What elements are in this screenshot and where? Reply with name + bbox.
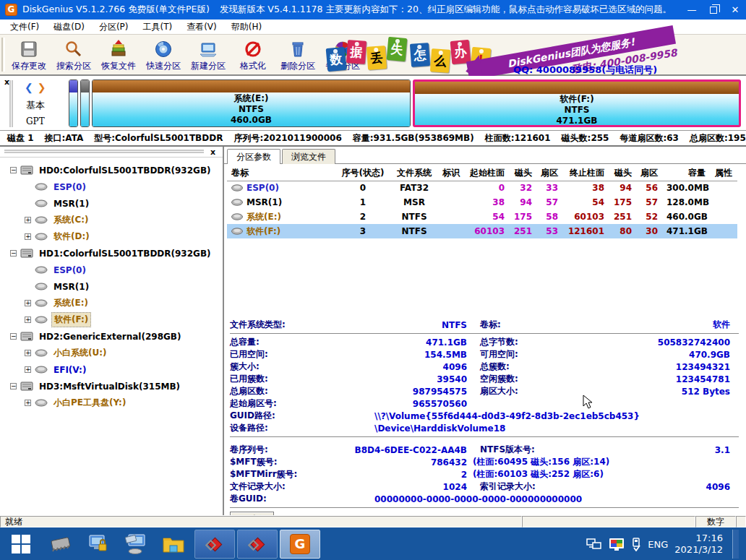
red-diamond-icon [205, 535, 224, 553]
tree-item-msr1[interactable]: MSR(1) [25, 195, 223, 212]
menu-partition[interactable]: 分区(P) [92, 20, 136, 35]
save-changes-button[interactable]: 保存更改 [7, 35, 51, 74]
detail-panel: 分区参数 浏览文件 卷标 序号(状态) 文件系统 标识 起始柱面 磁头 扇区 终… [224, 147, 746, 515]
partition-icon [35, 366, 48, 374]
show-desktop-button[interactable] [732, 530, 739, 559]
search-icon [64, 40, 83, 59]
format-button[interactable]: 格式化 [231, 35, 275, 74]
table-row[interactable]: MSR(1) 1 MSR 38 94 57 54 175 57 128.0MB [227, 195, 737, 210]
partition-icon [35, 199, 48, 207]
taskbar-pc-lock-button[interactable] [80, 534, 117, 554]
taskbar-diskgenius-button[interactable]: G [280, 530, 320, 559]
tree-item-msr1-hd1[interactable]: MSR(1) [25, 278, 223, 295]
minimize-button[interactable]: — [681, 0, 703, 20]
taskbar-pc-keyboard-button[interactable] [117, 534, 155, 554]
clock[interactable]: 17:16 2021/3/12 [674, 533, 723, 556]
disk-strip: 系统(E:) NTFS 460.0GB 软件(F:) NTFS 471.1GB [69, 79, 741, 127]
ad-tile: 丢 [366, 46, 387, 70]
disk-cylinders: 柱面数:121601 [485, 132, 551, 145]
table-row-selected[interactable]: 软件(F:) 3 NTFS 60103 251 53 121601 80 30 … [227, 224, 737, 238]
used-space: 154.5MB [333, 350, 467, 360]
tree-item-esp0[interactable]: ESP(0) [25, 178, 223, 195]
tree-close-icon[interactable]: x [210, 147, 215, 157]
scroll-right-icon[interactable]: ❯ [38, 82, 46, 93]
start-sector: 965570560 [333, 399, 467, 409]
tree-item-hd1[interactable]: −HD1:ColorfulSL5001TBDDR(932GB) [10, 245, 223, 262]
network-icon[interactable] [586, 538, 602, 551]
tree-item-hd3[interactable]: −HD3:MsftVirtualDisk(315MB) [10, 378, 223, 395]
partition-block-system-e[interactable]: 系统(E:) NTFS 460.0GB [92, 79, 411, 127]
system-tray: ENG 17:16 2021/3/12 [586, 527, 739, 560]
tree-item-software-d[interactable]: +软件(D:) [25, 228, 223, 245]
toolbar: 保存更改 搜索分区 恢复文件 快速分区 新建分区 格式化 删除分区 备份分区 数… [0, 35, 746, 76]
delete-partition-button[interactable]: 删除分区 [275, 35, 320, 74]
menu-help[interactable]: 帮助(H) [224, 20, 269, 35]
disk-heads: 磁头数:255 [562, 132, 609, 145]
table-row[interactable]: ESP(0) 0 FAT32 0 32 33 38 94 56 300.0MB [227, 181, 737, 195]
partition-size: 460.0GB [231, 115, 272, 126]
partition-block-esp[interactable] [69, 79, 78, 127]
search-partition-button[interactable]: 搜索分区 [51, 35, 96, 74]
strip-grip [9, 80, 13, 127]
table-row[interactable]: 系统(E:) 2 NTFS 54 175 58 60103 251 52 460… [227, 210, 737, 224]
save-icon [20, 40, 38, 59]
taskbar-explorer-button[interactable] [155, 535, 192, 553]
tree-item-hd0[interactable]: −HD0:ColorfulSL5001TBDDR(932GB) [10, 162, 223, 178]
partition-icon [35, 266, 48, 274]
tree-item-xiaobai-pe-y[interactable]: +小白PE工具盘(Y:) [25, 395, 223, 411]
partition-block-msr[interactable] [80, 79, 90, 127]
partition-icon [231, 199, 243, 206]
tree-item-efi-v[interactable]: +EFI(V:) [25, 361, 223, 378]
ad-banner[interactable]: 数 据 丢 失 怎 么 办 ! DiskGenius团队为您服务! 致电: 40… [325, 35, 745, 74]
tree-item-system-e[interactable]: +系统(E:) [25, 295, 223, 311]
partition-icon [231, 184, 243, 191]
free-clusters: 123454781 [573, 374, 739, 384]
disk-total-sectors: 总扇区数:1953525168 [690, 132, 746, 145]
scroll-left-icon[interactable]: ❮ [25, 82, 33, 93]
mode-label-gpt: GPT [26, 116, 45, 126]
volume-guid: 00000000-0000-0000-0000-000000000000 [374, 494, 739, 504]
tab-partition-params[interactable]: 分区参数 [227, 149, 280, 164]
ad-tile: 么 [430, 48, 450, 73]
taskbar-app-diamond-2[interactable] [237, 530, 278, 559]
cluster-size: 4096 [333, 362, 467, 372]
mft-cluster: 786432 [333, 457, 467, 468]
language-indicator[interactable]: ENG [648, 539, 668, 550]
tree-item-system-c[interactable]: +系统(C:) [25, 212, 223, 228]
menu-tools[interactable]: 工具(T) [135, 20, 179, 35]
analyze-button[interactable]: 分析 [230, 512, 274, 515]
start-button[interactable] [0, 527, 42, 560]
partition-fs: NTFS [564, 105, 589, 116]
usb-eject-icon[interactable] [631, 537, 641, 551]
taskbar-ramdisk-button[interactable] [42, 535, 80, 553]
close-button[interactable]: ✕ [724, 0, 746, 20]
total-clusters: 123494321 [573, 362, 739, 372]
restore-button[interactable] [703, 0, 724, 20]
tree-item-esp0-hd1[interactable]: ESP(0) [25, 262, 223, 278]
tree-item-software-f[interactable]: +软件(F:) [25, 311, 223, 328]
tree-item-xiaobai-u[interactable]: +小白系统(U:) [25, 345, 223, 361]
total-bytes: 505832742400 [573, 337, 739, 348]
menu-view[interactable]: 查看(V) [179, 20, 224, 35]
new-partition-button[interactable]: 新建分区 [186, 35, 231, 74]
ad-tile: 据 [346, 40, 366, 64]
partition-block-software-f[interactable]: 软件(F:) NTFS 471.1GB [413, 79, 741, 127]
display-color-icon[interactable] [609, 538, 625, 551]
quick-partition-button[interactable]: 快速分区 [141, 35, 186, 74]
status-text: 就绪 [5, 516, 22, 528]
disk-interface: 接口:ATA [45, 132, 84, 145]
tree-item-hd2[interactable]: −HD2:GenericExternal(298GB) [10, 328, 223, 345]
disk-icon [20, 382, 33, 391]
menu-file[interactable]: 文件(F) [3, 20, 46, 35]
sector-size: 512 Bytes [573, 387, 739, 397]
recover-files-button[interactable]: 恢复文件 [96, 35, 141, 74]
vol-label-label: 卷标: [480, 319, 573, 331]
mode-label-basic: 基本 [26, 99, 45, 112]
tab-browse-files[interactable]: 浏览文件 [282, 149, 335, 164]
partition-table: 卷标 序号(状态) 文件系统 标识 起始柱面 磁头 扇区 终止柱面 磁头 扇区 … [227, 165, 737, 238]
format-icon [244, 40, 262, 59]
ad-tile: 怎 [410, 43, 430, 67]
taskbar-app-diamond-1[interactable] [194, 530, 235, 559]
menu-disk[interactable]: 磁盘(D) [46, 20, 92, 35]
recover-files-icon [109, 40, 128, 59]
